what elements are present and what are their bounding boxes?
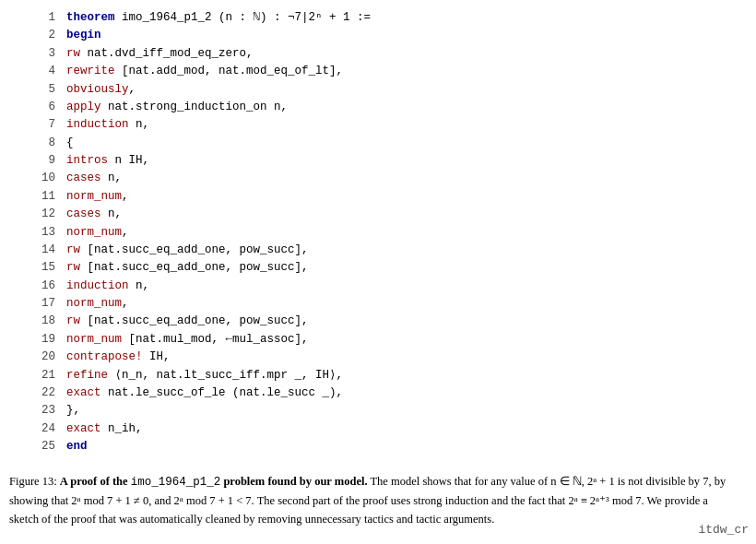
line-content: cases n,	[66, 170, 739, 187]
line-number: 21	[9, 367, 66, 384]
keyword-red: cases	[66, 207, 101, 220]
line-number: 20	[9, 349, 66, 366]
line-number: 10	[9, 170, 66, 187]
line-number: 16	[9, 278, 66, 295]
line-content: end	[66, 438, 739, 455]
code-line: 3 rw nat.dvd_iff_mod_eq_zero,	[9, 45, 739, 63]
code-line: 24 exact n_ih,	[9, 420, 739, 438]
line-number: 13	[9, 224, 66, 242]
caption-bold-intro: A proof of the imo_1964_p1_2 problem fou…	[60, 475, 368, 488]
keyword-red: intros	[66, 154, 108, 167]
line-content: theorem imo_1964_p1_2 (n : ℕ) : ¬7|2ⁿ + …	[66, 9, 739, 27]
caption-code-ref: imo_1964_p1_2	[131, 476, 221, 489]
code-line: 9 intros n IH,	[9, 152, 739, 170]
code-line: 12 cases n,	[9, 206, 739, 223]
line-content: norm_num [nat.mul_mod, ←mul_assoc],	[66, 331, 739, 349]
keyword-red: exact	[66, 422, 101, 435]
line-content: induction n,	[66, 116, 739, 134]
keyword-red: cases	[66, 171, 101, 184]
line-content: },	[66, 402, 739, 420]
code-line: 23 },	[9, 402, 739, 420]
keyword-red: rw	[66, 261, 80, 274]
line-number: 7	[9, 116, 66, 134]
code-line: 18 rw [nat.succ_eq_add_one, pow_succ],	[9, 313, 739, 330]
keyword-red: rw	[66, 243, 80, 256]
line-number: 15	[9, 259, 66, 277]
code-line: 13 norm_num,	[9, 224, 739, 242]
keyword-red: obviously	[66, 83, 129, 96]
code-line: 14 rw [nat.succ_eq_add_one, pow_succ],	[9, 242, 739, 259]
line-number: 18	[9, 313, 66, 330]
line-content: norm_num,	[66, 224, 739, 242]
figure-label: Figure 13:	[9, 475, 57, 488]
line-content: {	[66, 135, 739, 152]
line-number: 1	[9, 9, 66, 27]
code-line: 25end	[9, 438, 739, 455]
line-content: rw nat.dvd_iff_mod_eq_zero,	[66, 45, 739, 63]
code-line: 22 exact nat.le_succ_of_le (nat.le_succ …	[9, 384, 739, 402]
line-number: 8	[9, 135, 66, 152]
line-number: 14	[9, 242, 66, 259]
line-number: 22	[9, 384, 66, 402]
line-number: 19	[9, 331, 66, 349]
code-line: 8 {	[9, 135, 739, 152]
code-line: 20 contrapose! IH,	[9, 349, 739, 366]
code-line: 16 induction n,	[9, 278, 739, 295]
line-content: exact nat.le_succ_of_le (nat.le_succ _),	[66, 384, 739, 402]
line-content: intros n IH,	[66, 152, 739, 170]
code-line: 4 rewrite [nat.add_mod, nat.mod_eq_of_lt…	[9, 63, 739, 80]
keyword-red: apply	[66, 101, 101, 113]
code-line: 21 refine ⟨n_n, nat.lt_succ_iff.mpr _, I…	[9, 367, 739, 384]
line-number: 5	[9, 81, 66, 99]
line-number: 2	[9, 27, 66, 44]
line-content: rewrite [nat.add_mod, nat.mod_eq_of_lt],	[66, 63, 739, 80]
code-line: 15 rw [nat.succ_eq_add_one, pow_succ],	[9, 259, 739, 277]
keyword-red: norm_num	[66, 333, 122, 346]
line-content: exact n_ih,	[66, 420, 739, 438]
code-line: 2begin	[9, 27, 739, 44]
line-content: rw [nat.succ_eq_add_one, pow_succ],	[66, 259, 739, 277]
line-number: 9	[9, 152, 66, 170]
watermark: itdw_cr	[698, 523, 749, 537]
code-line: 19 norm_num [nat.mul_mod, ←mul_assoc],	[9, 331, 739, 349]
keyword-red: norm_num	[66, 226, 122, 239]
keyword-blue: begin	[66, 29, 101, 41]
line-number: 3	[9, 45, 66, 63]
code-line: 6 apply nat.strong_induction_on n,	[9, 99, 739, 116]
caption-bold-rest: problem found by our model.	[223, 475, 367, 488]
keyword-red: rw	[66, 47, 80, 60]
line-number: 6	[9, 99, 66, 116]
line-number: 25	[9, 438, 66, 455]
keyword-red: exact	[66, 386, 101, 399]
line-content: rw [nat.succ_eq_add_one, pow_succ],	[66, 242, 739, 259]
line-number: 12	[9, 206, 66, 223]
line-content: norm_num,	[66, 295, 739, 313]
keyword-red: norm_num	[66, 297, 122, 310]
code-line: 17 norm_num,	[9, 295, 739, 313]
keyword-blue: end	[66, 440, 88, 453]
line-content: refine ⟨n_n, nat.lt_succ_iff.mpr _, IH⟩,	[66, 367, 739, 384]
keyword-blue: theorem	[66, 11, 115, 24]
line-content: obviously,	[66, 81, 739, 99]
line-content: induction n,	[66, 278, 739, 295]
keyword-red: induction	[66, 279, 129, 292]
code-line: 10 cases n,	[9, 170, 739, 187]
line-number: 24	[9, 420, 66, 438]
line-number: 4	[9, 63, 66, 80]
line-number: 11	[9, 188, 66, 206]
line-content: cases n,	[66, 206, 739, 223]
line-number: 17	[9, 295, 66, 313]
figure-caption: Figure 13: A proof of the imo_1964_p1_2 …	[9, 472, 728, 528]
code-table: 1theorem imo_1964_p1_2 (n : ℕ) : ¬7|2ⁿ +…	[9, 9, 739, 455]
line-content: rw [nat.succ_eq_add_one, pow_succ],	[66, 313, 739, 330]
keyword-red: norm_num	[66, 190, 122, 203]
caption-bold-text: A proof of the	[60, 475, 128, 488]
keyword-red: induction	[66, 118, 129, 131]
keyword-red: contrapose!	[66, 350, 143, 363]
code-line: 1theorem imo_1964_p1_2 (n : ℕ) : ¬7|2ⁿ +…	[9, 9, 739, 27]
code-line: 5 obviously,	[9, 81, 739, 99]
line-number: 23	[9, 402, 66, 420]
keyword-red: refine	[66, 369, 108, 382]
line-content: norm_num,	[66, 188, 739, 206]
keyword-red: rw	[66, 314, 80, 327]
